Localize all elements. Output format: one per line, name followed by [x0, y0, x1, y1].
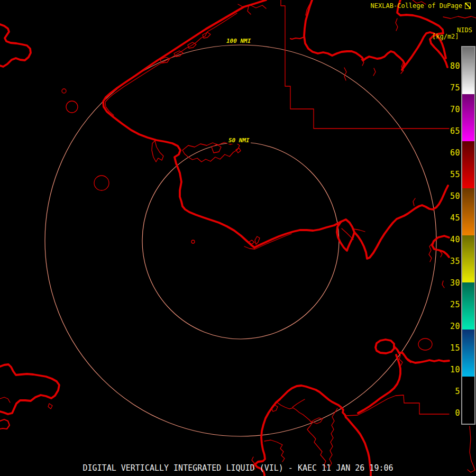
islet-circle — [191, 240, 195, 243]
colorbar-segment — [462, 329, 474, 377]
colorbar-segment — [462, 377, 474, 424]
coastline-thick — [0, 0, 449, 476]
colorbar-tick-label: 75 — [437, 84, 460, 92]
colorbar-tick-label: 10 — [437, 365, 460, 374]
colorbar-segment — [462, 141, 474, 188]
product-caption: DIGITAL VERTICALLY INTEGRATED LIQUID (VI… — [0, 464, 476, 473]
colorbar-tick-label: 15 — [437, 344, 460, 352]
colorbar-tick-label: 45 — [437, 214, 460, 222]
colorbar-tick-label: 65 — [437, 127, 460, 135]
colorbar-segment — [462, 282, 474, 329]
colorbar-tick-label: 5 — [437, 387, 460, 396]
coastline-thin — [0, 0, 476, 472]
colorbar-tick-label: 55 — [437, 170, 460, 179]
colorbar-title: NIDS — [457, 27, 472, 34]
range-ring-50nmi — [142, 142, 339, 339]
colorbar-tick-label: 60 — [437, 149, 460, 157]
islet-circle — [62, 89, 66, 93]
range-ring-label-50nmi: 50 NMI — [227, 137, 251, 144]
colorbar-tick-label: 35 — [437, 257, 460, 266]
header-title: NEXLAB-College of DuPage — [371, 2, 462, 10]
colorbar-tick-label: 30 — [437, 279, 460, 287]
islet-circle — [66, 101, 78, 113]
colorbar-tick-label: 70 — [437, 105, 460, 114]
colorbar-segment — [462, 94, 474, 141]
colorbar — [461, 46, 475, 425]
colorbar-tick-label: 80 — [437, 62, 460, 70]
header: NEXLAB-College of DuPage — [371, 2, 471, 10]
dupage-glyph-icon — [465, 3, 471, 9]
colorbar-tick-label: 40 — [437, 235, 460, 244]
colorbar-segment — [462, 235, 474, 282]
colorbar-tick-label: 0 — [437, 409, 460, 417]
colorbar-segment — [462, 47, 474, 94]
colorbar-tick-label: 20 — [437, 322, 460, 331]
islet-circle — [94, 176, 109, 190]
colorbar-segment — [462, 188, 474, 235]
radar-map — [0, 0, 476, 476]
colorbar-tick-label: 50 — [437, 192, 460, 200]
radar-display: 50 NMI 100 NMI NEXLAB-College of DuPage … — [0, 0, 476, 476]
colorbar-tick-label: 25 — [437, 300, 460, 309]
colorbar-units-label: [kg/m2] — [432, 33, 459, 40]
islet-circle — [418, 338, 432, 350]
range-ring-label-100nmi: 100 NMI — [225, 38, 252, 44]
